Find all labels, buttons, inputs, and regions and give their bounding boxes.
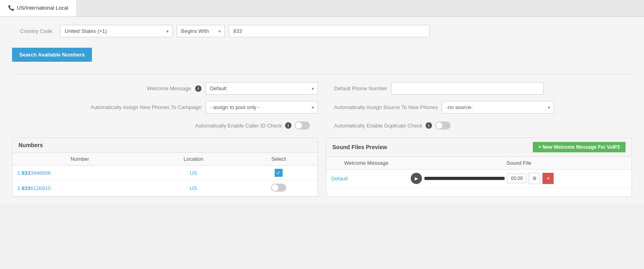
duplicate-check-row: Automatically Enable Duplicate Check i [326, 121, 628, 129]
tab-bar: 📞 US/International Local [0, 0, 644, 17]
numbers-table-header-row: Number Location Select [12, 153, 318, 166]
sound-files-table: Welcome Message Sound File Default▶00:00… [326, 157, 632, 188]
phone-icon: 📞 [8, 5, 14, 11]
filter-type-select-wrapper: Begins With [177, 25, 225, 37]
divider [12, 74, 632, 74]
default-phone-number-input[interactable] [391, 82, 544, 95]
filter-type-select[interactable]: Begins With [177, 25, 225, 37]
welcome-message-row: Welcome Message i Default [12, 82, 318, 95]
settings-grid: Welcome Message i Default Default Phone … [12, 82, 632, 113]
number-cell: 1 8333946606 [12, 166, 147, 180]
auto-assign-source-row: Automatically Assign Source To New Phone… [326, 101, 632, 113]
sound-files-header-row: Welcome Message Sound File [326, 157, 632, 170]
main-content: Country Code United States (+1) Begins W… [0, 17, 644, 205]
toggle-section: Automatically Enable Caller ID Check i A… [12, 121, 632, 129]
sound-files-col-welcome: Welcome Message [326, 157, 406, 170]
select-checkbox-checked[interactable]: ✓ [275, 169, 283, 177]
sound-files-col-file: Sound File [406, 157, 632, 170]
table-row: 1 8336126910US [12, 180, 318, 196]
numbers-panel: Numbers Number Location Select 1 8333946… [12, 138, 318, 197]
audio-settings-button[interactable]: ⚙ [529, 173, 540, 184]
sound-welcome-message-cell: Default [326, 170, 406, 188]
sound-files-panel: Sound Files Preview + New Welcome Messag… [326, 138, 632, 197]
select-cell [240, 180, 318, 196]
tab-label: US/International Local [17, 5, 68, 11]
location-cell: US [147, 166, 239, 180]
search-available-numbers-button[interactable]: Search Available Numbers [12, 48, 92, 62]
select-cell: ✓ [240, 166, 318, 180]
numbers-table: Number Location Select 1 8333946606US✓1 … [12, 153, 318, 196]
sound-files-panel-header: Sound Files Preview + New Welcome Messag… [326, 138, 632, 157]
duplicate-check-label: Automatically Enable Duplicate Check [334, 123, 422, 129]
auto-assign-phones-select[interactable]: - assign to pool only - [206, 101, 318, 113]
welcome-message-select-wrapper: Default [206, 82, 318, 95]
country-code-label: Country Code [12, 28, 52, 34]
welcome-message-info-icon[interactable]: i [195, 85, 202, 92]
number-cell: 1 8336126910 [12, 180, 147, 196]
numbers-col-number: Number [12, 153, 147, 166]
country-code-select-wrapper: United States (+1) [60, 25, 173, 37]
welcome-message-link[interactable]: Default [331, 176, 348, 182]
country-code-row: Country Code United States (+1) Begins W… [12, 25, 632, 37]
auto-assign-phones-select-wrapper: - assign to pool only - [206, 101, 318, 113]
play-button[interactable]: ▶ [411, 173, 422, 184]
audio-delete-button[interactable]: × [542, 173, 554, 184]
auto-assign-source-select-wrapper: -no source- [442, 101, 554, 113]
numbers-panel-header: Numbers [12, 138, 318, 153]
caller-id-check-row: Automatically Enable Caller ID Check i [16, 121, 310, 129]
numbers-col-location: Location [147, 153, 239, 166]
auto-assign-phones-row: Automatically Assign New Phones To Campa… [12, 101, 318, 113]
auto-assign-source-label: Automatically Assign Source To New Phone… [334, 104, 438, 110]
bottom-panels: Numbers Number Location Select 1 8333946… [12, 138, 632, 197]
location-cell: US [147, 180, 239, 196]
audio-time-display: 00:00 [507, 174, 526, 183]
number-filter-input[interactable] [229, 25, 430, 37]
country-code-select[interactable]: United States (+1) [60, 25, 173, 37]
location-link[interactable]: US [190, 185, 197, 191]
number-link[interactable]: 1 8336126910 [17, 185, 51, 191]
number-link[interactable]: 1 8333946606 [17, 170, 51, 176]
welcome-message-select[interactable]: Default [206, 82, 318, 95]
caller-id-check-label: Automatically Enable Caller ID Check [195, 123, 282, 129]
sound-files-panel-title: Sound Files Preview [332, 144, 387, 150]
auto-assign-phones-label: Automatically Assign New Phones To Campa… [90, 104, 202, 110]
default-phone-number-label: Default Phone Number [334, 85, 387, 91]
new-welcome-message-button[interactable]: + New Welcome Message For VoIP2 [533, 142, 626, 152]
location-link[interactable]: US [190, 170, 197, 176]
caller-id-info-icon[interactable]: i [285, 122, 291, 129]
tab-us-international-local[interactable]: 📞 US/International Local [0, 0, 77, 16]
audio-progress-bar[interactable] [424, 177, 505, 180]
welcome-message-label: Welcome Message [147, 85, 191, 91]
table-row: 1 8333946606US✓ [12, 166, 318, 180]
duplicate-check-toggle[interactable] [435, 121, 450, 129]
sound-file-cell: ▶00:00⚙× [406, 170, 632, 188]
auto-assign-source-select[interactable]: -no source- [442, 101, 554, 113]
numbers-col-select: Select [240, 153, 318, 166]
duplicate-check-info-icon[interactable]: i [426, 122, 432, 129]
sound-table-row: Default▶00:00⚙× [326, 170, 632, 188]
audio-controls: ▶00:00⚙× [411, 173, 627, 184]
default-phone-number-row: Default Phone Number [326, 82, 632, 95]
numbers-panel-title: Numbers [18, 142, 43, 148]
select-toggle[interactable] [271, 184, 286, 192]
caller-id-check-toggle[interactable] [295, 121, 310, 129]
